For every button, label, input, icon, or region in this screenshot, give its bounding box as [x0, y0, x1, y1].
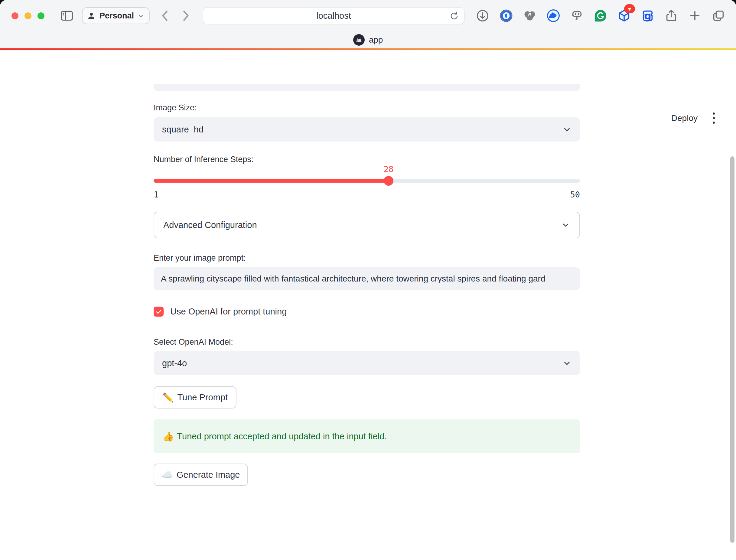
checkbox-checked-icon[interactable] — [154, 307, 164, 317]
grammarly-extension-icon[interactable] — [593, 8, 608, 23]
openai-checkbox-label: Use OpenAI for prompt tuning — [170, 307, 287, 317]
profile-button[interactable]: Personal — [82, 7, 150, 24]
slider-max-label: 50 — [570, 190, 580, 199]
slider-fill — [154, 179, 389, 183]
openai-checkbox-row[interactable]: Use OpenAI for prompt tuning — [154, 307, 287, 317]
reload-icon[interactable] — [449, 11, 459, 21]
app-main: Deploy Image Size: square_hd Number of I… — [0, 50, 736, 560]
tab-bar: app — [0, 31, 736, 48]
success-alert: 👍 Tuned prompt accepted and updated in t… — [154, 419, 580, 453]
browser-toolbar: Personal localhost — [0, 0, 736, 31]
image-size-value: square_hd — [162, 125, 204, 135]
chevron-down-icon — [561, 220, 570, 230]
person-icon — [87, 11, 96, 20]
generate-image-label: Generate Image — [177, 470, 240, 480]
cloud-icon: ☁️ — [161, 470, 173, 480]
kebab-menu-icon[interactable] — [711, 111, 717, 125]
app-header: Deploy — [671, 111, 717, 125]
minimize-window-button[interactable] — [24, 12, 31, 19]
slider-thumb[interactable] — [384, 176, 393, 186]
traffic-lights — [11, 12, 44, 19]
chevron-down-icon — [562, 359, 572, 368]
zoom-window-button[interactable] — [37, 12, 44, 19]
cat-extension-icon[interactable] — [546, 8, 561, 23]
pencil-icon: ✏️ — [162, 392, 174, 403]
prompt-label: Enter your image prompt: — [154, 253, 246, 263]
app-content: Image Size: square_hd Number of Inferenc… — [154, 50, 580, 560]
1password-extension-icon[interactable] — [499, 8, 513, 23]
share-icon[interactable] — [664, 8, 679, 23]
steps-slider[interactable]: 28 1 50 — [154, 164, 580, 201]
chevron-down-icon — [138, 12, 144, 19]
model-select[interactable]: gpt-4o — [154, 351, 580, 375]
downloads-icon[interactable] — [475, 8, 490, 23]
model-label: Select OpenAI Model: — [154, 337, 233, 347]
image-size-select[interactable]: square_hd — [154, 117, 580, 142]
slider-minmax: 1 50 — [154, 190, 580, 199]
browser-chrome: Personal localhost — [0, 0, 736, 48]
profile-label: Personal — [99, 11, 134, 21]
advanced-config-expander[interactable]: Advanced Configuration — [154, 212, 580, 238]
expander-label: Advanced Configuration — [163, 220, 257, 230]
deploy-button[interactable]: Deploy — [671, 113, 698, 123]
thumbs-up-icon: 👍 — [163, 431, 174, 442]
tune-prompt-button[interactable]: ✏️ Tune Prompt — [154, 386, 236, 409]
extension-cluster: ♥ g — [475, 8, 726, 23]
new-tab-button[interactable] — [688, 8, 702, 23]
browser-window: Personal localhost — [0, 0, 736, 560]
address-bar[interactable]: localhost — [203, 7, 464, 24]
mastodon-extension-icon[interactable] — [570, 8, 584, 23]
tab-overview-button[interactable] — [711, 8, 726, 23]
sidebar-toggle-icon[interactable] — [60, 10, 73, 22]
partial-cutoff-widget[interactable] — [154, 84, 580, 91]
tune-prompt-label: Tune Prompt — [177, 392, 228, 402]
forward-button[interactable] — [181, 9, 191, 22]
slider-min-label: 1 — [154, 190, 158, 199]
page-scrollbar[interactable] — [730, 156, 734, 543]
slider-value: 28 — [384, 164, 394, 174]
trefoil-extension-icon[interactable] — [523, 8, 537, 23]
heart-badge-icon: ♥ — [624, 4, 635, 13]
success-text: Tuned prompt accepted and updated in the… — [177, 431, 387, 441]
steps-label: Number of Inference Steps: — [154, 155, 253, 164]
back-button[interactable] — [160, 9, 170, 22]
streamlit-favicon — [353, 34, 365, 46]
close-window-button[interactable] — [11, 12, 18, 19]
cube-extension-icon[interactable]: ♥ — [617, 8, 631, 23]
g-clip-extension-icon[interactable]: g — [640, 8, 655, 23]
prompt-input-value: A sprawling cityscape filled with fantas… — [161, 274, 573, 284]
generate-image-button[interactable]: ☁️ Generate Image — [154, 464, 248, 486]
model-value: gpt-4o — [162, 358, 187, 368]
image-size-label: Image Size: — [154, 103, 197, 112]
chevron-down-icon — [562, 125, 572, 134]
prompt-input[interactable]: A sprawling cityscape filled with fantas… — [154, 267, 580, 290]
url-text: localhost — [316, 11, 351, 21]
active-tab-title[interactable]: app — [369, 35, 383, 45]
